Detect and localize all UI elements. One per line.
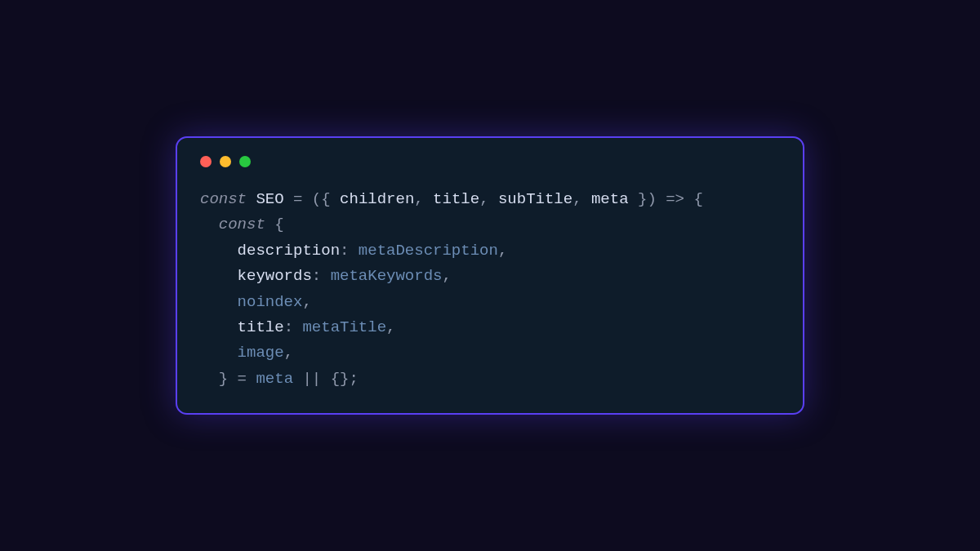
code-window: const SEO = ({ children, title, subTitle… [176,136,804,415]
code-line: image, [200,344,293,362]
code-line: } = meta || {}; [200,370,359,388]
code-block: const SEO = ({ children, title, subTitle… [200,187,780,392]
code-line: noindex, [200,293,312,311]
code-line: const { [200,216,284,233]
code-line: keywords: metaKeywords, [200,267,452,285]
minimize-icon[interactable] [220,156,231,167]
close-icon[interactable] [200,156,212,167]
zoom-icon[interactable] [239,156,251,167]
code-line: title: metaTitle, [200,318,395,336]
code-line: const SEO = ({ children, title, subTitle… [200,190,703,208]
code-line: description: metaDescription, [200,242,507,260]
code-card: const SEO = ({ children, title, subTitle… [176,136,804,415]
window-traffic-lights [200,156,780,167]
